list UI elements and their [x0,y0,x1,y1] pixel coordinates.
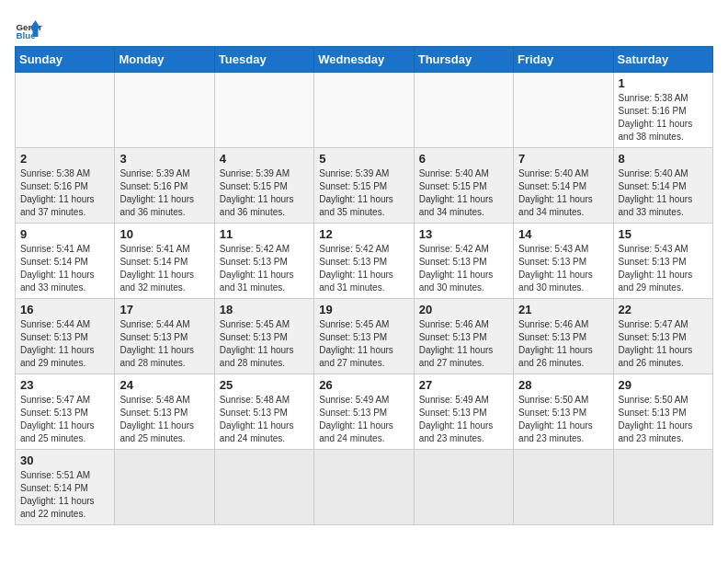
calendar-cell: 14Sunrise: 5:43 AM Sunset: 5:13 PM Dayli… [514,224,613,299]
calendar-cell: 20Sunrise: 5:46 AM Sunset: 5:13 PM Dayli… [414,299,513,374]
calendar-cell [115,450,214,525]
day-number: 21 [518,303,608,316]
calendar-cell: 29Sunrise: 5:50 AM Sunset: 5:13 PM Dayli… [613,374,712,450]
day-info: Sunrise: 5:40 AM Sunset: 5:15 PM Dayligh… [419,167,508,219]
day-info: Sunrise: 5:49 AM Sunset: 5:13 PM Dayligh… [319,394,408,445]
day-info: Sunrise: 5:42 AM Sunset: 5:13 PM Dayligh… [220,243,309,294]
calendar-cell: 6Sunrise: 5:40 AM Sunset: 5:15 PM Daylig… [414,148,513,224]
day-info: Sunrise: 5:39 AM Sunset: 5:15 PM Dayligh… [220,167,309,219]
day-info: Sunrise: 5:43 AM Sunset: 5:13 PM Dayligh… [619,243,708,294]
calendar-header-row: SundayMondayTuesdayWednesdayThursdayFrid… [16,47,713,73]
day-number: 15 [619,227,708,241]
day-number: 6 [419,152,508,166]
day-info: Sunrise: 5:39 AM Sunset: 5:15 PM Dayligh… [319,167,408,219]
day-info: Sunrise: 5:38 AM Sunset: 5:16 PM Dayligh… [20,167,109,219]
day-number: 10 [119,227,209,241]
day-number: 28 [518,378,608,392]
day-info: Sunrise: 5:47 AM Sunset: 5:13 PM Dayligh… [619,318,708,370]
day-info: Sunrise: 5:45 AM Sunset: 5:13 PM Dayligh… [319,318,408,370]
calendar-cell [314,450,414,525]
day-number: 3 [119,152,209,166]
calendar-week-row: 1Sunrise: 5:38 AM Sunset: 5:16 PM Daylig… [16,73,713,148]
calendar-week-row: 16Sunrise: 5:44 AM Sunset: 5:13 PM Dayli… [16,299,713,374]
day-number: 11 [220,227,309,241]
day-number: 7 [518,152,608,166]
day-info: Sunrise: 5:43 AM Sunset: 5:13 PM Dayligh… [518,243,608,294]
weekday-header-saturday: Saturday [613,47,712,73]
calendar-cell: 7Sunrise: 5:40 AM Sunset: 5:14 PM Daylig… [514,148,613,224]
calendar-cell: 5Sunrise: 5:39 AM Sunset: 5:15 PM Daylig… [314,148,414,224]
day-info: Sunrise: 5:48 AM Sunset: 5:13 PM Dayligh… [220,394,309,445]
day-number: 16 [20,303,109,316]
day-number: 23 [20,378,109,392]
calendar-cell: 21Sunrise: 5:46 AM Sunset: 5:13 PM Dayli… [514,299,613,374]
day-info: Sunrise: 5:51 AM Sunset: 5:14 PM Dayligh… [20,469,109,521]
calendar-cell [514,450,613,525]
day-info: Sunrise: 5:46 AM Sunset: 5:13 PM Dayligh… [419,318,508,370]
day-number: 5 [319,152,408,166]
day-info: Sunrise: 5:48 AM Sunset: 5:13 PM Dayligh… [119,394,209,445]
weekday-header-tuesday: Tuesday [214,47,313,73]
day-info: Sunrise: 5:42 AM Sunset: 5:13 PM Dayligh… [319,243,408,294]
day-number: 14 [518,227,608,241]
day-number: 13 [419,227,508,241]
calendar-cell: 17Sunrise: 5:44 AM Sunset: 5:13 PM Dayli… [115,299,214,374]
calendar-cell: 15Sunrise: 5:43 AM Sunset: 5:13 PM Dayli… [613,224,712,299]
day-number: 20 [419,303,508,316]
day-number: 22 [619,303,708,316]
day-info: Sunrise: 5:38 AM Sunset: 5:16 PM Dayligh… [619,92,708,144]
calendar-cell [414,450,513,525]
weekday-header-friday: Friday [514,47,613,73]
calendar-cell [314,73,414,148]
day-info: Sunrise: 5:40 AM Sunset: 5:14 PM Dayligh… [518,167,608,219]
day-info: Sunrise: 5:45 AM Sunset: 5:13 PM Dayligh… [220,318,309,370]
day-number: 24 [119,378,209,392]
day-info: Sunrise: 5:40 AM Sunset: 5:14 PM Dayligh… [619,167,708,219]
logo-icon: General Blue [15,15,42,42]
day-number: 25 [220,378,309,392]
calendar-cell: 13Sunrise: 5:42 AM Sunset: 5:13 PM Dayli… [414,224,513,299]
calendar-cell: 19Sunrise: 5:45 AM Sunset: 5:13 PM Dayli… [314,299,414,374]
calendar-cell: 22Sunrise: 5:47 AM Sunset: 5:13 PM Dayli… [613,299,712,374]
day-info: Sunrise: 5:41 AM Sunset: 5:14 PM Dayligh… [20,243,109,294]
calendar-cell: 26Sunrise: 5:49 AM Sunset: 5:13 PM Dayli… [314,374,414,450]
calendar-week-row: 30Sunrise: 5:51 AM Sunset: 5:14 PM Dayli… [16,450,713,525]
day-number: 29 [619,378,708,392]
calendar-cell: 3Sunrise: 5:39 AM Sunset: 5:16 PM Daylig… [115,148,214,224]
calendar-week-row: 2Sunrise: 5:38 AM Sunset: 5:16 PM Daylig… [16,148,713,224]
weekday-header-sunday: Sunday [16,47,115,73]
day-number: 30 [20,454,109,467]
calendar-cell: 2Sunrise: 5:38 AM Sunset: 5:16 PM Daylig… [16,148,115,224]
calendar-cell [214,450,313,525]
day-info: Sunrise: 5:44 AM Sunset: 5:13 PM Dayligh… [20,318,109,370]
calendar-cell: 23Sunrise: 5:47 AM Sunset: 5:13 PM Dayli… [16,374,115,450]
calendar-cell: 1Sunrise: 5:38 AM Sunset: 5:16 PM Daylig… [613,73,712,148]
day-number: 12 [319,227,408,241]
day-info: Sunrise: 5:49 AM Sunset: 5:13 PM Dayligh… [419,394,508,445]
weekday-header-monday: Monday [115,47,214,73]
calendar-cell: 10Sunrise: 5:41 AM Sunset: 5:14 PM Dayli… [115,224,214,299]
calendar-table: SundayMondayTuesdayWednesdayThursdayFrid… [15,46,713,525]
calendar-cell: 24Sunrise: 5:48 AM Sunset: 5:13 PM Dayli… [115,374,214,450]
calendar-cell: 27Sunrise: 5:49 AM Sunset: 5:13 PM Dayli… [414,374,513,450]
calendar-week-row: 9Sunrise: 5:41 AM Sunset: 5:14 PM Daylig… [16,224,713,299]
calendar-cell: 11Sunrise: 5:42 AM Sunset: 5:13 PM Dayli… [214,224,313,299]
page-header: General Blue [15,15,713,42]
day-number: 27 [419,378,508,392]
calendar-cell [115,73,214,148]
calendar-cell: 18Sunrise: 5:45 AM Sunset: 5:13 PM Dayli… [214,299,313,374]
day-info: Sunrise: 5:47 AM Sunset: 5:13 PM Dayligh… [20,394,109,445]
calendar-cell: 25Sunrise: 5:48 AM Sunset: 5:13 PM Dayli… [214,374,313,450]
calendar-cell: 4Sunrise: 5:39 AM Sunset: 5:15 PM Daylig… [214,148,313,224]
calendar-cell: 28Sunrise: 5:50 AM Sunset: 5:13 PM Dayli… [514,374,613,450]
weekday-header-thursday: Thursday [414,47,513,73]
weekday-header-wednesday: Wednesday [314,47,414,73]
logo: General Blue [15,15,46,42]
calendar-cell: 9Sunrise: 5:41 AM Sunset: 5:14 PM Daylig… [16,224,115,299]
day-number: 2 [20,152,109,166]
day-info: Sunrise: 5:39 AM Sunset: 5:16 PM Dayligh… [119,167,209,219]
calendar-cell: 12Sunrise: 5:42 AM Sunset: 5:13 PM Dayli… [314,224,414,299]
day-number: 4 [220,152,309,166]
calendar-cell [613,450,712,525]
day-info: Sunrise: 5:44 AM Sunset: 5:13 PM Dayligh… [119,318,209,370]
